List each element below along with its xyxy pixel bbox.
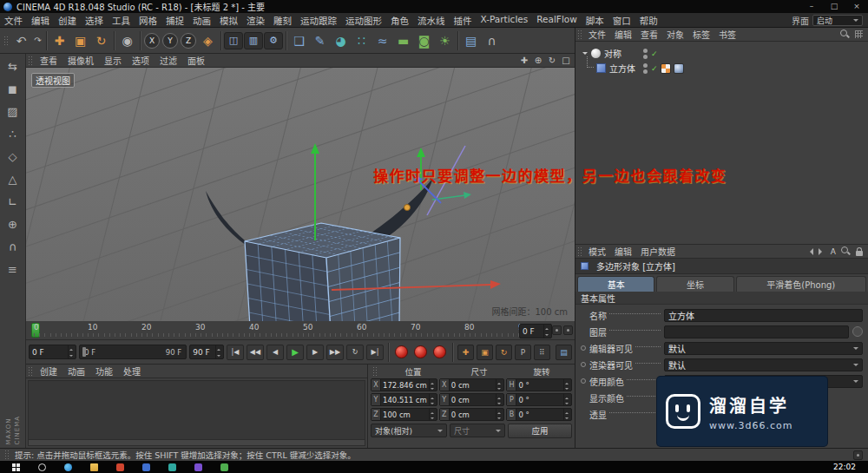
render-visibility-dropdown[interactable]: 默认 [664,358,863,371]
spinner-down-icon[interactable] [564,415,571,421]
dope-sheet-menu-item[interactable]: 动画 [62,365,90,378]
play-button[interactable]: ▶ [286,345,304,360]
primitive-cube-icon[interactable]: ❑ [289,30,309,51]
menu-item[interactable]: 捕捉 [161,14,188,27]
rotation-p-field[interactable]: P0 ° [506,393,572,406]
menu-item[interactable]: 窗口 [608,14,635,27]
menu-item[interactable]: 运动图形 [341,14,386,27]
timeline-ruler[interactable]: 0102030405060708090 0 F [26,321,575,340]
status-options-icon[interactable] [853,450,863,460]
history-back-icon[interactable] [806,248,813,255]
zoom-view-icon[interactable]: ⊕ [532,56,544,65]
taskbar-app-icon[interactable] [116,463,124,471]
light-icon[interactable]: ☀ [435,30,455,51]
keyframe-dot-icon[interactable] [581,362,586,367]
render-settings-icon[interactable]: ⚙ [264,32,283,49]
undo-icon[interactable]: ↶ [11,30,31,51]
taskbar-app-icon[interactable] [142,463,150,471]
workplane-mode-icon[interactable]: ∟ [3,192,23,212]
visibility-dots[interactable] [643,49,648,59]
tab-phong[interactable]: 平滑着色(Phong) [736,276,866,292]
next-key-button[interactable]: ▶▶ [326,345,344,360]
auto-mode-icon[interactable]: A [831,247,836,256]
dope-sheet-menu-item[interactable]: 创建 [35,365,62,378]
phong-tag-icon[interactable] [674,63,684,74]
menu-item[interactable]: 渲染 [242,14,269,27]
spinner[interactable] [429,409,437,420]
history-forward-icon[interactable] [819,248,825,255]
viewport-menubar-grip[interactable] [28,56,33,66]
enabled-check-icon[interactable]: ✓ [651,49,658,58]
coordinates-grip[interactable] [372,366,378,377]
editor-visibility-dropdown[interactable]: 默认 [664,342,863,355]
visibility-dots[interactable] [643,63,648,74]
basic-properties-section[interactable]: 基本属性 [575,292,868,305]
attribute-manager-grip[interactable] [577,246,582,257]
apply-button[interactable]: 应用 [508,424,572,438]
enabled-check-icon[interactable]: ✓ [651,64,658,73]
menu-item[interactable]: 角色 [386,14,413,27]
floor-icon[interactable]: ▬ [393,30,413,51]
layout-dropdown[interactable]: 启动 [812,15,863,26]
render-view-icon[interactable]: ◫ [224,32,243,49]
viewport-menu-item[interactable]: 面板 [182,54,210,67]
scale-tool-icon[interactable]: ▣ [70,30,90,51]
current-frame-field[interactable]: 0 F [29,345,76,359]
orbit-view-icon[interactable]: ↻ [546,56,558,65]
menu-item[interactable]: 帮助 [635,14,662,27]
pan-view-icon[interactable]: ✚ [518,56,530,65]
previous-frame-button[interactable]: ◀ [266,345,284,360]
move-tool-icon[interactable]: ✚ [49,30,69,51]
key-pla-toggle[interactable]: ⠿ [534,345,550,360]
spinner[interactable] [496,379,503,391]
end-frame-field[interactable]: 90 F [189,345,224,359]
object-label[interactable]: 对称 [604,47,621,60]
minimize-button[interactable]: – [800,0,823,13]
gizmo-origin-point[interactable] [404,205,411,211]
points-mode-icon[interactable]: ∴ [3,124,23,144]
taskbar-app-icon[interactable] [194,463,202,471]
spinner-down-icon[interactable] [544,332,551,338]
menu-item[interactable]: 流水线 [413,14,450,27]
menu-item[interactable]: 选择 [81,14,108,27]
menu-item[interactable]: X-Particles [477,14,533,27]
snap-icon[interactable]: ∩ [482,30,502,51]
bend-deformer-icon[interactable]: ≈ [372,30,392,51]
goto-start-button[interactable]: |◀ [227,345,244,360]
spinner[interactable] [543,325,551,338]
viewport-3d-scene[interactable] [26,68,575,321]
rotate-tool-icon[interactable]: ↻ [91,30,111,51]
dope-sheet-menu-item[interactable]: 处理 [118,365,146,378]
menu-item[interactable]: RealFlow [532,14,582,27]
viewport-canvas[interactable]: 透视视图 网格间距：100 cm [26,68,575,321]
lock-y-axis-button[interactable]: Y [162,33,178,49]
search-icon[interactable] [840,30,850,39]
render-visibility-dot[interactable] [643,69,648,74]
taskbar-clock[interactable]: 22:02 [833,463,868,471]
search-icon[interactable] [841,246,851,256]
object-manager-menu-item[interactable]: 文件 [584,28,610,41]
toggle-view-icon[interactable]: □ [560,56,572,65]
tab-coordinates[interactable]: 坐标 [656,276,733,292]
spinner-up-icon[interactable] [544,325,551,332]
spinner-down-icon[interactable] [69,352,76,359]
spinner-down-icon[interactable] [564,400,571,406]
spinner[interactable] [563,394,571,405]
tree-row-symmetry[interactable]: 对称 ✓ [575,46,868,61]
spinner[interactable] [563,409,571,420]
spinner[interactable] [496,409,503,420]
dope-sheet-grip[interactable] [28,366,33,377]
object-tree[interactable]: 对称 ✓ 立方体 ✓ [575,42,868,245]
layer-browser-button[interactable] [852,326,863,337]
rotation-h-field[interactable]: H0 ° [506,378,572,391]
subdivision-surface-icon[interactable]: ◕ [331,30,351,51]
spinner-down-icon[interactable] [496,415,503,421]
keyframe-dot-icon[interactable] [581,345,586,351]
spinner[interactable] [429,379,437,391]
texture-tag-icon[interactable] [661,63,671,74]
attribute-menu-item[interactable]: 编辑 [610,245,636,258]
coordinate-system-icon[interactable]: ◈ [198,30,218,51]
dope-sheet-menu-item[interactable]: 功能 [90,365,118,378]
attribute-menu-item[interactable]: 用户数据 [636,245,680,258]
tab-basic[interactable]: 基本 [577,276,654,292]
